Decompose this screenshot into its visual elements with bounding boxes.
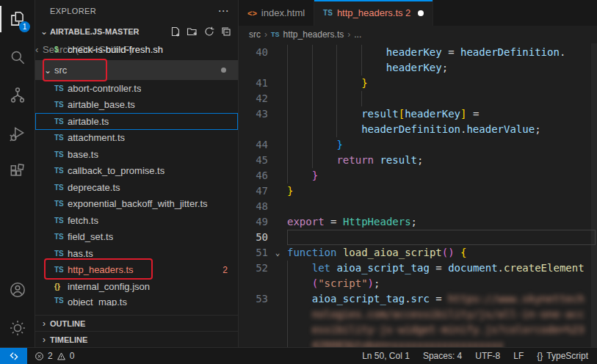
tree-item-has-ts[interactable]: TShas.ts <box>35 245 238 262</box>
collapse-all-icon[interactable] <box>220 26 232 37</box>
breadcrumb-root[interactable]: src <box>249 29 261 40</box>
code-line-40[interactable]: 40headerKey = headerDefinition. <box>239 45 597 60</box>
code-line-wrap[interactable]: essibility-js-widget-minify.js?colorcode… <box>239 322 597 338</box>
errors-icon <box>35 352 44 361</box>
tab-http-headers-ts-2[interactable]: TShttp_headers.ts 2 <box>314 0 433 26</box>
problems-badge: 2 <box>222 265 238 275</box>
code-line-47[interactable]: 47} <box>239 183 597 199</box>
status-bar: 2 0 Ln 50, Col 1 Spaces: 4 UTF-8 LF {} T… <box>0 347 597 364</box>
chevron-right-icon: › <box>38 335 50 345</box>
tree-item-field-set-ts[interactable]: TSfield_set.ts <box>35 229 238 246</box>
eol-setting[interactable]: LF <box>513 351 524 361</box>
tab-index-html[interactable]: <>index.html <box>239 0 314 26</box>
file-label: has.ts <box>68 248 93 259</box>
tree-item-deprecate-ts[interactable]: TSdeprecate.ts <box>35 179 238 196</box>
code-area[interactable]: 40headerKey = headerDefinition.headerKey… <box>239 43 597 347</box>
settings-gear-icon[interactable] <box>0 309 35 347</box>
section-label: OUTLINE <box>50 319 85 328</box>
section-outline[interactable]: ›OUTLINE <box>35 315 238 331</box>
tree-item-check-is-build-fresh[interactable]: ‹ Search (Ctrl+Shift+F) $ check-is-build… <box>35 41 238 60</box>
code-line-wrap[interactable]: nologies.com/accessibility/js/all-in-one… <box>239 307 597 322</box>
explorer-icon[interactable]: 1 <box>0 0 35 38</box>
tree-item-callback-to-promise-ts[interactable]: TScallback_to_promise.ts <box>35 163 238 180</box>
code-line-41[interactable]: 41} <box>239 76 597 91</box>
code-line-48[interactable]: 48 <box>239 199 597 214</box>
line-number: 46 <box>239 168 268 183</box>
tree-item-internal-config-json[interactable]: {}internal_config.json <box>35 278 238 295</box>
fold-chevron-icon[interactable]: ⌄ <box>268 245 287 261</box>
code-line-wrap[interactable]: headerDefinition.headerValue; <box>239 122 597 137</box>
code-text <box>287 91 597 106</box>
indent-guides <box>287 153 336 168</box>
code-line-46[interactable]: 46} <box>239 168 597 183</box>
html-file-icon: <> <box>247 9 257 18</box>
ts-file-icon: TS <box>54 183 68 192</box>
line-number: 48 <box>239 199 268 214</box>
encoding[interactable]: UTF-8 <box>475 351 500 361</box>
tree-folder-src[interactable]: ⌄ src <box>35 60 238 80</box>
line-number: 45 <box>239 153 268 168</box>
tree-item-object-map-ts[interactable]: TSobject_map.ts <box>35 295 238 306</box>
code-line-45[interactable]: 45return result; <box>239 153 597 168</box>
file-tree: ‹ Search (Ctrl+Shift+F) $ check-is-build… <box>35 41 238 315</box>
line-number: 52 <box>239 261 268 276</box>
ts-file-icon: TS <box>54 150 68 159</box>
extensions-icon[interactable] <box>0 153 35 191</box>
code-line-wrap[interactable]: ("script"); <box>239 276 597 291</box>
indent-guides <box>287 307 312 322</box>
project-name: AIRTABLE.JS-MASTER <box>50 27 170 36</box>
code-line-42[interactable]: 42 <box>239 91 597 106</box>
refresh-icon[interactable] <box>203 26 215 37</box>
code-line-wrap[interactable]: 420083&token=xxxxxxxxxxxxxxxxxx <box>239 338 597 347</box>
code-line-52[interactable]: 52let aioa_script_tag = document.createE… <box>239 261 597 276</box>
breadcrumb[interactable]: src › TS http_headers.ts › ... <box>239 26 597 43</box>
source-control-icon[interactable] <box>0 76 35 114</box>
tree-item-exponential-backoff-with-jitter-ts[interactable]: TSexponential_backoff_with_jitter.ts <box>35 196 238 213</box>
tree-item-airtable-ts[interactable]: TSairtable.ts <box>35 113 238 130</box>
code-line-43[interactable]: 43result[headerKey] = <box>239 106 597 122</box>
file-label: object_map.ts <box>68 296 127 306</box>
project-header[interactable]: ⌄ AIRTABLE.JS-MASTER <box>35 22 238 41</box>
search-icon[interactable] <box>0 38 35 76</box>
language-mode[interactable]: {} TypeScript <box>537 351 588 361</box>
editor-group: <>index.htmlTShttp_headers.ts 2 src › TS… <box>239 0 597 347</box>
tree-item-http-headers-ts[interactable]: TShttp_headers.ts2 <box>35 262 238 279</box>
code-line-51[interactable]: 51⌄function load_aioa_script() { <box>239 245 597 261</box>
tooltip-arrow-icon: ‹ <box>35 44 38 55</box>
code-text: headerDefinition.headerValue; <box>287 122 597 137</box>
line-number: 47 <box>239 183 268 199</box>
blurred-redacted-text: https://www.skynettech <box>448 293 584 305</box>
code-text: essibility-js-widget-minify.js?colorcode… <box>287 322 597 338</box>
indentation-setting[interactable]: Spaces: 4 <box>423 351 462 361</box>
fold-gutter <box>268 76 287 91</box>
problems-indicator[interactable]: 2 0 <box>27 351 74 361</box>
section-timeline[interactable]: ›TIMELINE <box>35 331 238 347</box>
accounts-icon[interactable] <box>0 271 35 309</box>
code-text: result[headerKey] = <box>287 106 597 122</box>
breadcrumb-more[interactable]: ... <box>354 29 361 40</box>
code-line-50[interactable]: 50 <box>239 230 597 245</box>
tree-item-abort-controller-ts[interactable]: TSabort-controller.ts <box>35 80 238 97</box>
code-line-53[interactable]: 53aioa_script_tag.src = https://www.skyn… <box>239 291 597 307</box>
code-text: ("script"); <box>287 276 597 291</box>
ts-file-icon: TS <box>54 200 68 208</box>
fold-gutter <box>268 122 287 137</box>
tree-item-airtable-base-ts[interactable]: TSairtable_base.ts <box>35 97 238 114</box>
code-line-wrap[interactable]: headerKey; <box>239 60 597 76</box>
new-folder-icon[interactable] <box>187 26 198 37</box>
code-line-49[interactable]: 49export = HttpHeaders; <box>239 214 597 230</box>
tree-item-fetch-ts[interactable]: TSfetch.ts <box>35 212 238 229</box>
more-actions-icon[interactable]: ⋯ <box>218 4 229 18</box>
run-debug-icon[interactable] <box>0 114 35 153</box>
breadcrumb-file[interactable]: http_headers.ts <box>283 29 344 40</box>
new-file-icon[interactable] <box>170 26 181 37</box>
code-text <box>287 199 597 214</box>
remote-indicator[interactable] <box>0 348 27 364</box>
tree-item-base-ts[interactable]: TSbase.ts <box>35 146 238 163</box>
cursor-position[interactable]: Ln 50, Col 1 <box>362 351 410 361</box>
tree-item-attachment-ts[interactable]: TSattachment.ts <box>35 130 238 147</box>
code-line-44[interactable]: 44} <box>239 137 597 153</box>
modified-dot-icon[interactable] <box>418 10 424 16</box>
error-count: 2 <box>48 351 53 361</box>
code-text: let aioa_script_tag = document.createEle… <box>287 261 597 276</box>
